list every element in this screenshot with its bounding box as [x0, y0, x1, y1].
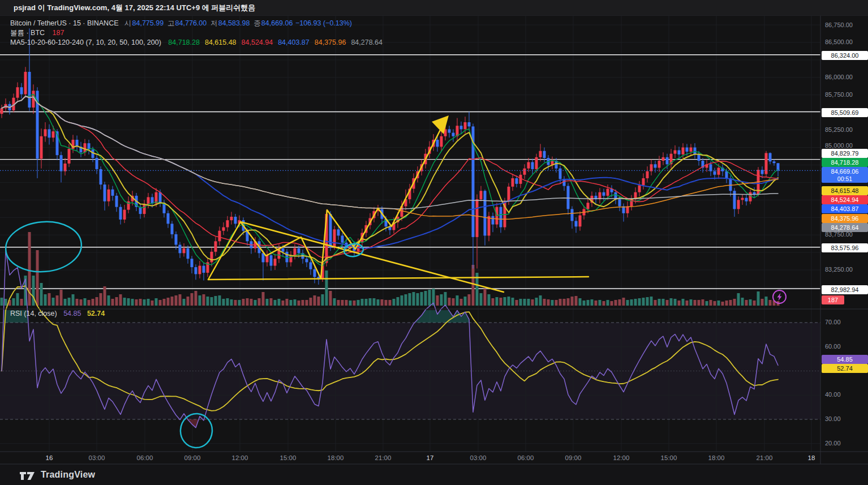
- price-badge: 84,669.0600:51: [822, 167, 868, 183]
- ma-value: 84,375.96: [315, 38, 346, 46]
- price-axis-label: 86,000.00: [825, 74, 865, 80]
- publish-info-text: psjrad 이 TradingView.com, 4월 17, 2025 22…: [14, 3, 255, 12]
- time-axis-label: 18:00: [328, 454, 344, 461]
- main-chart-legend[interactable]: Bitcoin / TetherUS · 15 · BINANCE 시84,77…: [10, 19, 383, 48]
- lightning-icon: [772, 289, 787, 304]
- ohlc-field-label: 시: [124, 19, 132, 27]
- rsi-axis-label: 70.00: [825, 319, 865, 325]
- rsi-axis-label: 60.00: [825, 343, 865, 350]
- time-axis-label: 12:00: [613, 454, 630, 461]
- price-axis-label: 85,000.00: [825, 142, 865, 149]
- price-axis-label: 86,500.00: [825, 38, 865, 45]
- ma-value: 84,615.48: [205, 38, 237, 46]
- time-axis-label: 09:00: [184, 454, 201, 461]
- price-axis-label: 85,750.00: [825, 91, 865, 98]
- time-axis-label: 06:00: [518, 454, 534, 461]
- volume-label: 볼륨 · BTC: [10, 29, 45, 37]
- price-badge: 82,982.94: [822, 285, 868, 294]
- ma-value: 84,403.87: [278, 38, 310, 46]
- price-badge: 85,509.69: [822, 108, 868, 117]
- ma-values: 84,718.2884,615.4884,524.9484,403.8784,3…: [163, 38, 383, 46]
- volume-value: 187: [53, 29, 65, 37]
- instant-trading-button[interactable]: [772, 289, 787, 304]
- time-axis-label: 06:00: [137, 454, 153, 461]
- ohlc-field-value: 84,583.98: [218, 19, 250, 27]
- change-value: −106.93 (−0.13%): [295, 19, 352, 27]
- ma-label: MA5-10-20-60-120-240 (7, 10, 20, 50, 100…: [10, 38, 161, 46]
- time-axis-label: 09:00: [565, 454, 582, 461]
- time-axis-label: 03:00: [470, 454, 487, 461]
- time-axis-label: 17: [427, 454, 434, 461]
- ohlc-field-label: 고: [167, 19, 175, 27]
- rsi-axis-label: 20.00: [825, 440, 865, 447]
- price-badge: 86,324.00: [822, 51, 868, 60]
- tradingview-logo-icon[interactable]: [19, 468, 36, 482]
- symbol-title: Bitcoin / TetherUS · 15 · BINANCE: [10, 19, 119, 27]
- rsi-legend[interactable]: RSI (14, close) 54.85 52.74: [10, 310, 105, 317]
- price-badge: 84,718.28: [822, 158, 868, 167]
- tradingview-brand-text[interactable]: TradingView: [41, 470, 95, 480]
- time-axis-label: 21:00: [375, 454, 392, 461]
- price-badge: 84,829.79: [822, 149, 868, 158]
- price-badge: 84,615.48: [822, 186, 868, 195]
- rsi-axis-label: 40.00: [825, 391, 865, 398]
- price-badge: 84,524.94: [822, 195, 868, 204]
- ohlc-field-label: 저: [210, 19, 218, 27]
- ma-legend-row[interactable]: MA5-10-20-60-120-240 (7, 10, 20, 50, 100…: [10, 38, 383, 48]
- time-axis-label: 21:00: [757, 454, 773, 461]
- price-axis-label: 86,750.00: [825, 22, 865, 28]
- price-badge: 83,575.96: [822, 243, 868, 252]
- ma-value: 84,524.94: [242, 38, 273, 46]
- price-badge: 84,403.87: [822, 204, 868, 213]
- time-axis-label: 15:00: [661, 454, 677, 461]
- ohlc-field-value: 84,775.99: [132, 19, 164, 27]
- ohlc-field-label: 종: [253, 19, 261, 27]
- time-axis-label: 12:00: [232, 454, 248, 461]
- price-badge: 84,278.64: [822, 223, 868, 232]
- tradingview-published-chart: psjrad 이 TradingView.com, 4월 17, 2025 22…: [0, 0, 868, 485]
- footer-bar: TradingView: [0, 465, 868, 485]
- price-badge: 84,375.96: [822, 214, 868, 223]
- time-axis-label: 18:00: [708, 454, 725, 461]
- price-badge: 54.85: [822, 355, 868, 364]
- publish-info-bar: psjrad 이 TradingView.com, 4월 17, 2025 22…: [0, 0, 868, 16]
- time-axis-label: 18: [808, 454, 815, 461]
- price-axis-label: 85,250.00: [825, 126, 865, 133]
- price-axis-label: 83,250.00: [825, 266, 865, 273]
- countdown-timer: 00:51: [824, 175, 865, 182]
- chart-canvas[interactable]: [0, 0, 868, 485]
- price-badge: 187: [822, 295, 844, 304]
- time-axis-label: 03:00: [89, 454, 105, 461]
- rsi-label: RSI (14, close): [10, 310, 57, 317]
- time-axis-label: 16: [46, 454, 53, 461]
- ohlc-field-value: 84,669.06: [261, 19, 293, 27]
- price-badge: 52.74: [822, 364, 868, 373]
- ma-value: 84,278.64: [351, 38, 383, 46]
- rsi-axis-label: 30.00: [825, 415, 865, 422]
- volume-legend-row[interactable]: 볼륨 · BTC 187: [10, 28, 383, 38]
- ohlc-values: 시84,775.99고84,776.00저84,583.98종84,669.06: [121, 19, 293, 27]
- time-axis-label: 15:00: [280, 454, 297, 461]
- symbol-legend-row[interactable]: Bitcoin / TetherUS · 15 · BINANCE 시84,77…: [10, 19, 383, 28]
- rsi-value: 54.85: [63, 310, 81, 317]
- ma-value: 84,718.28: [168, 38, 200, 46]
- rsi-ma-value: 52.74: [87, 310, 105, 317]
- ohlc-field-value: 84,776.00: [175, 19, 207, 27]
